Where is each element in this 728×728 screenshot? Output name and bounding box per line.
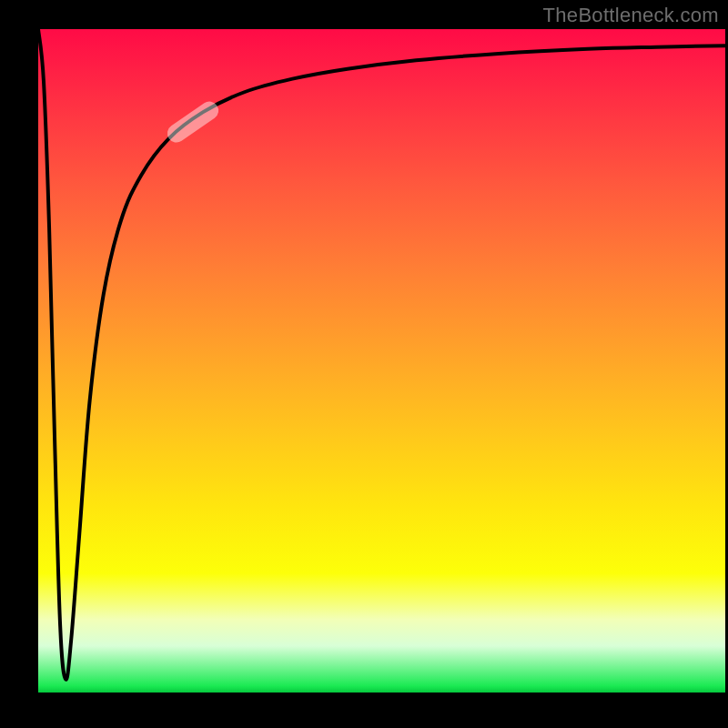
chart-stage: TheBottleneck.com — [0, 0, 728, 728]
curve-path — [38, 29, 725, 680]
watermark-text: TheBottleneck.com — [543, 4, 719, 27]
bottleneck-curve — [38, 29, 725, 693]
plot-area — [38, 29, 725, 693]
